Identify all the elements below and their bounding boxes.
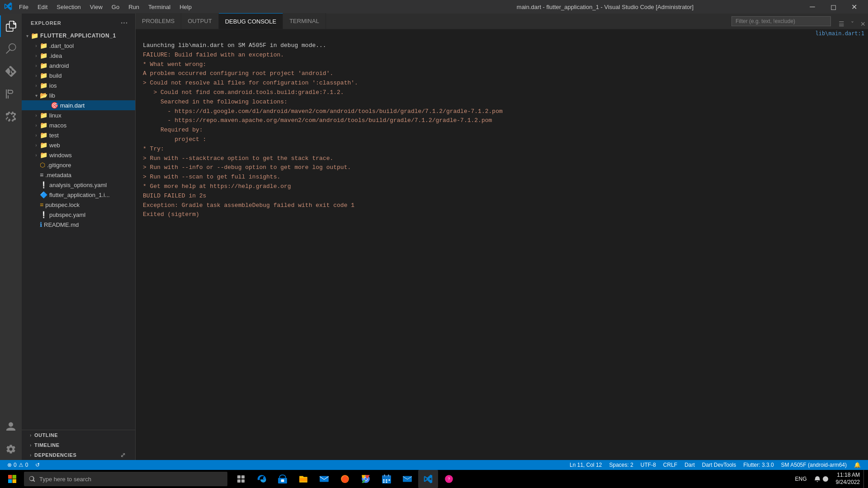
taskbar-firefox[interactable] (335, 470, 355, 488)
status-errors[interactable]: ⊗ 0 ⚠ 0 (4, 460, 32, 470)
tab-debug-console[interactable]: DEBUG CONSOLE (219, 13, 283, 29)
sidebar-item-android[interactable]: › 📁 android (22, 61, 135, 70)
sidebar-item-main-dart[interactable]: › 🎯 main.dart (22, 100, 135, 110)
status-line-ending[interactable]: CRLF (660, 460, 681, 470)
sidebar-item-root[interactable]: ▾ 📁 FLUTTER_APPLICATION_1 (22, 31, 135, 41)
taskbar-unknown[interactable]: ? (439, 470, 459, 488)
menu-go[interactable]: Go (107, 2, 124, 12)
activity-search[interactable] (0, 38, 22, 60)
status-device[interactable]: SM A505F (android-arm64) (778, 460, 850, 470)
flutter-version-text: Flutter: 3.3.0 (743, 462, 774, 468)
chevron-right-icon: › (33, 63, 40, 68)
status-language[interactable]: Dart (681, 460, 698, 470)
close-button[interactable]: ✕ (844, 0, 864, 14)
sidebar-item-analysis[interactable]: › ❕ analysis_options.yaml (22, 180, 135, 190)
sidebar-item-idea[interactable]: › 📁 .idea (22, 51, 135, 61)
activity-explorer[interactable] (0, 15, 22, 37)
console-line: > Could not resolve all files for config… (143, 79, 861, 88)
taskbar-edge[interactable] (252, 470, 272, 488)
sidebar-item-flutter-app[interactable]: › 🔷 flutter_application_1.i... (22, 190, 135, 200)
warning-count: 0 (25, 462, 28, 468)
taskbar-vscode[interactable] (418, 470, 438, 488)
sidebar-item-gitignore[interactable]: › ⬡ .gitignore (22, 160, 135, 170)
menu-selection[interactable]: Selection (52, 2, 85, 12)
main-content: PROBLEMS OUTPUT DEBUG CONSOLE TERMINAL ☰… (136, 14, 868, 460)
sidebar-item-build[interactable]: › 📁 build (22, 70, 135, 80)
expand-icon[interactable]: ⤢ (120, 451, 126, 459)
taskbar-store[interactable] (273, 470, 292, 488)
activity-run[interactable] (0, 83, 22, 105)
tab-output[interactable]: OUTPUT (181, 13, 218, 29)
sidebar-item-ios[interactable]: › 📁 ios (22, 80, 135, 90)
sidebar-item-pubspec-lock[interactable]: › ≡ pubspec.lock (22, 200, 135, 210)
tab-problems-label: PROBLEMS (142, 18, 175, 24)
status-encoding[interactable]: UTF-8 (637, 460, 660, 470)
taskbar-file-explorer[interactable] (293, 470, 313, 488)
status-sync[interactable]: ↺ (32, 460, 43, 470)
show-desktop-button[interactable] (863, 470, 866, 488)
svg-point-10 (364, 478, 368, 481)
sidebar-item-dart-tool[interactable]: › 📁 .dart_tool (22, 41, 135, 51)
close-panel-button[interactable]: ✕ (858, 19, 868, 29)
console-line: - https://repo.maven.apache.org/maven2/c… (143, 116, 861, 126)
menu-help[interactable]: Help (175, 2, 196, 12)
maximize-button[interactable]: ◻ (823, 0, 844, 14)
svg-rect-20 (403, 476, 412, 482)
activity-settings[interactable] (0, 438, 22, 460)
debug-output[interactable]: Launching lib\main.dart on SM A505F in d… (136, 38, 868, 460)
status-notification[interactable]: 🔔 (850, 460, 864, 470)
dart-devtools-text: Dart DevTools (702, 462, 736, 468)
file-ref-link[interactable]: lib\main.dart:1 (816, 30, 864, 37)
filter-input[interactable] (731, 16, 831, 26)
sidebar-item-web[interactable]: › 📁 web (22, 140, 135, 150)
sidebar-item-metadata[interactable]: › ≡ .metadata (22, 170, 135, 180)
menu-view[interactable]: View (85, 2, 107, 12)
taskbar-task-view[interactable] (231, 470, 251, 488)
menu-run[interactable]: Run (124, 2, 144, 12)
chevron-right-icon: › (33, 153, 40, 158)
minimize-button[interactable]: ─ (802, 0, 823, 14)
taskbar-chrome[interactable] (356, 470, 376, 488)
taskbar-notification-icons[interactable] (811, 470, 832, 488)
status-cursor[interactable]: Ln 11, Col 12 (566, 460, 605, 470)
taskbar-search-text: Type here to search (39, 476, 91, 483)
error-count: 0 (14, 462, 17, 468)
sidebar-item-windows[interactable]: › 📁 windows (22, 150, 135, 160)
sidebar-item-test[interactable]: › 📁 test (22, 130, 135, 140)
dart-file-icon: 🎯 (51, 102, 58, 109)
chevron-down-button[interactable]: ˅ (847, 19, 857, 29)
device-text: SM A505F (android-arm64) (781, 462, 847, 468)
tab-terminal[interactable]: TERMINAL (283, 13, 326, 29)
status-flutter-version[interactable]: Flutter: 3.3.0 (740, 460, 777, 470)
taskbar-lang[interactable]: ENG (792, 470, 811, 488)
tree-label: .gitignore (47, 162, 71, 169)
activity-git[interactable] (0, 61, 22, 82)
sidebar-item-macos[interactable]: › 📁 macos (22, 120, 135, 130)
taskbar-mail[interactable] (314, 470, 334, 488)
menu-edit[interactable]: Edit (33, 2, 52, 12)
activity-extensions[interactable] (0, 106, 22, 127)
status-dart-devtools[interactable]: Dart DevTools (698, 460, 740, 470)
taskbar-calendar[interactable] (377, 470, 396, 488)
activity-account[interactable] (0, 416, 22, 437)
start-button[interactable] (2, 470, 22, 488)
sidebar-item-readme[interactable]: › ℹ README.md (22, 220, 135, 230)
sidebar-item-pubspec-yaml[interactable]: › ❕ pubspec.yaml (22, 210, 135, 220)
menu-terminal[interactable]: Terminal (144, 2, 175, 12)
list-view-button[interactable]: ☰ (836, 19, 846, 29)
sidebar-item-linux[interactable]: › 📁 linux (22, 110, 135, 120)
chevron-right-icon: › (33, 113, 40, 118)
tree-label: ios (49, 82, 57, 89)
taskbar-mail2[interactable] (397, 470, 417, 488)
menu-file[interactable]: File (14, 2, 33, 12)
sidebar-section-timeline[interactable]: › TIMELINE (22, 440, 135, 450)
clock[interactable]: 11:18 AM 9/24/2022 (832, 472, 863, 486)
folder-icon: 📁 (40, 62, 47, 69)
taskbar-search[interactable]: Type here to search (24, 472, 227, 486)
status-spaces[interactable]: Spaces: 2 (605, 460, 637, 470)
sidebar-more-button[interactable]: ··· (119, 18, 130, 28)
sidebar-item-lib[interactable]: ▾ 📂 lib (22, 90, 135, 100)
sidebar-section-dependencies[interactable]: › DEPENDENCIES ⤢ (22, 450, 135, 460)
sidebar-section-outline[interactable]: › OUTLINE (22, 430, 135, 440)
tab-problems[interactable]: PROBLEMS (136, 13, 181, 29)
